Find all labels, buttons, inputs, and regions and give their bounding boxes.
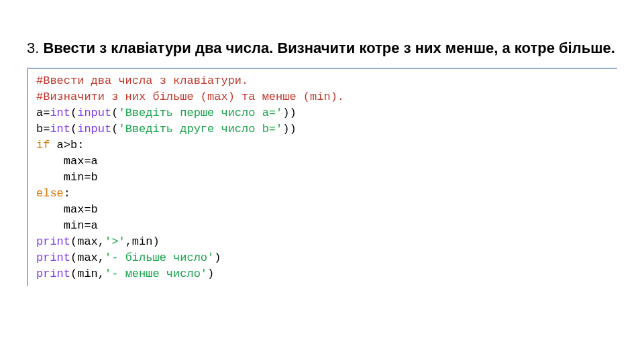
code-token: (	[111, 107, 118, 119]
code-token: ,min)	[125, 235, 160, 248]
code-comment-1: #Ввести два числа з клавіатури.	[36, 74, 248, 87]
code-token: int	[50, 107, 70, 119]
code-content: #Ввести два числа з клавіатури. #Визначи…	[36, 73, 617, 282]
code-token: print	[36, 267, 70, 280]
code-comment-2: #Визначити з них більше (max) та менше (…	[36, 90, 344, 103]
code-token: input	[77, 107, 111, 119]
code-token: (	[70, 123, 77, 135]
code-token: (	[70, 107, 77, 119]
code-token: max=b	[36, 203, 98, 216]
code-token: min=b	[36, 171, 98, 184]
task-number: 3.	[27, 40, 43, 56]
code-token: 'Введіть перше число a='	[118, 107, 282, 119]
code-token: (min,	[70, 267, 105, 280]
code-token: else	[36, 187, 64, 200]
task-heading: 3. Ввести з клавіатури два числа. Визнач…	[27, 39, 617, 58]
code-block: #Ввести два числа з клавіатури. #Визначи…	[27, 68, 617, 286]
code-token: '- менше число'	[105, 267, 207, 280]
code-token: if	[36, 139, 50, 152]
code-token: ))	[282, 123, 296, 135]
code-token: a=	[36, 107, 50, 119]
code-token: int	[50, 123, 70, 135]
code-token: b=	[36, 123, 50, 135]
code-token: '>'	[105, 235, 125, 248]
code-token: (max,	[70, 235, 105, 248]
task-text: Ввести з клавіатури два числа. Визначити…	[43, 40, 614, 56]
code-token: :	[64, 187, 70, 200]
code-token: input	[77, 123, 111, 135]
page: 3. Ввести з клавіатури два числа. Визнач…	[0, 0, 644, 286]
code-token: ))	[282, 107, 296, 119]
code-token: '- більше число'	[105, 251, 214, 264]
code-token: print	[36, 251, 70, 264]
code-token: 'Введіть друге число b='	[118, 123, 282, 135]
code-token: min=a	[36, 219, 98, 232]
code-token: (max,	[70, 251, 105, 264]
code-token: print	[36, 235, 70, 248]
code-token: max=a	[36, 155, 98, 168]
code-token: a>b:	[50, 139, 84, 152]
code-token: )	[207, 267, 214, 280]
code-token: (	[111, 123, 118, 135]
code-token: )	[214, 251, 221, 264]
